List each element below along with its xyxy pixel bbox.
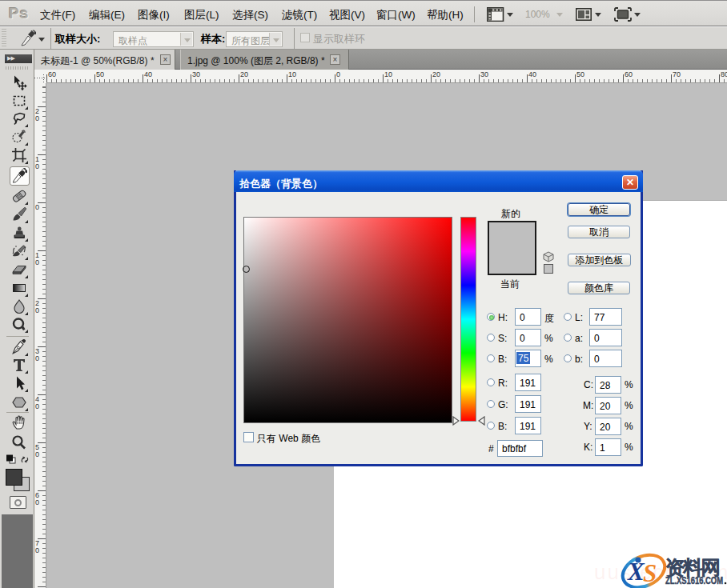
svg-text:ZL.XS1616.COM: ZL.XS1616.COM <box>665 575 723 586</box>
svg-text:S: S <box>643 559 657 587</box>
